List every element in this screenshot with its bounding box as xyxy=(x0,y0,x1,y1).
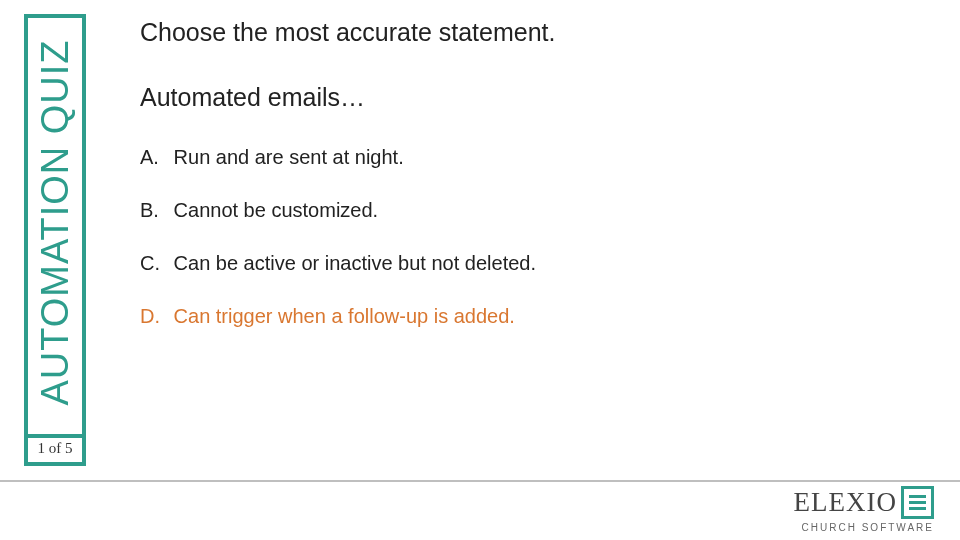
svg-rect-1 xyxy=(909,501,926,504)
option-text: Cannot be customized. xyxy=(174,199,379,221)
question-stem: Automated emails… xyxy=(140,83,920,112)
brand-tagline: CHURCH SOFTWARE xyxy=(794,522,934,533)
quiz-slide: AUTOMATION QUIZ 1 of 5 Choose the most a… xyxy=(0,0,960,540)
sidebar-title-text: AUTOMATION QUIZ xyxy=(34,39,77,405)
brand-logo: ELEXIO CHURCH SOFTWARE xyxy=(794,486,934,533)
option-text: Can be active or inactive but not delete… xyxy=(174,252,536,274)
brand-main: ELEXIO xyxy=(794,486,934,519)
option-text: Run and are sent at night. xyxy=(174,146,404,168)
option-letter: A. xyxy=(140,146,168,169)
option-a[interactable]: A. Run and are sent at night. xyxy=(140,146,920,169)
option-d[interactable]: D. Can trigger when a follow-up is added… xyxy=(140,305,920,328)
bars-icon xyxy=(901,486,934,519)
question-content: Choose the most accurate statement. Auto… xyxy=(140,18,920,358)
progress-counter: 1 of 5 xyxy=(24,434,86,466)
option-text: Can trigger when a follow-up is added. xyxy=(174,305,515,327)
sidebar-title: AUTOMATION QUIZ xyxy=(24,14,86,430)
option-b[interactable]: B. Cannot be customized. xyxy=(140,199,920,222)
footer-divider xyxy=(0,480,960,482)
progress-label: 1 of 5 xyxy=(38,440,73,457)
option-letter: D. xyxy=(140,305,168,328)
svg-rect-0 xyxy=(909,495,926,498)
brand-name: ELEXIO xyxy=(794,487,897,518)
option-c[interactable]: C. Can be active or inactive but not del… xyxy=(140,252,920,275)
svg-rect-2 xyxy=(909,507,926,510)
option-letter: C. xyxy=(140,252,168,275)
option-letter: B. xyxy=(140,199,168,222)
question-instruction: Choose the most accurate statement. xyxy=(140,18,920,47)
